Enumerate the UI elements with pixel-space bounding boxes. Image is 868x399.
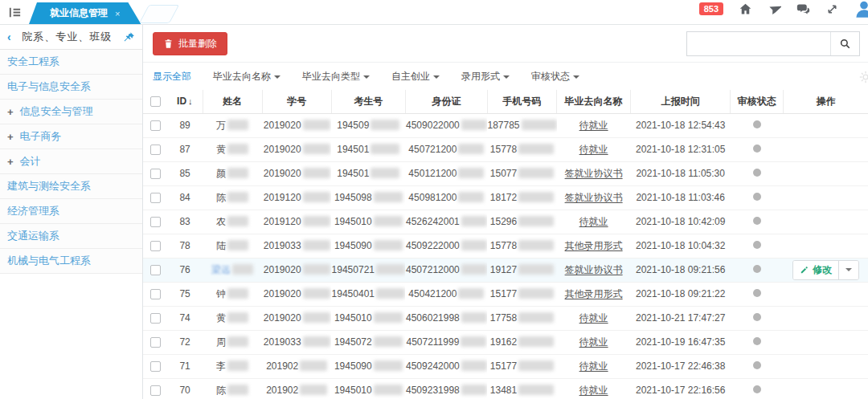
- cell-actions: 修改: [784, 234, 868, 258]
- redacted-name: [227, 240, 248, 250]
- search-button[interactable]: [830, 32, 859, 55]
- students-table: ID↓姓名学号考生号身份证手机号码毕业去向名称上报时间审核状态操作 89 万 2…: [143, 90, 868, 399]
- sidebar-item-1[interactable]: 电子与信息安全系: [0, 75, 142, 100]
- sidebar-item-5[interactable]: 建筑与测绘安全系: [0, 174, 142, 199]
- row-checkbox[interactable]: [150, 385, 161, 396]
- cell-id-card: 4506021998: [405, 306, 487, 330]
- row-checkbox[interactable]: [150, 120, 161, 131]
- cell-id: 74: [167, 306, 203, 330]
- cell-exam-no: 1945010: [331, 378, 405, 399]
- sidebar-item-3[interactable]: + 电子商务: [0, 124, 142, 149]
- cell-actions: 修改: [784, 137, 868, 161]
- sidebar-item-0[interactable]: 安全工程系: [0, 50, 142, 75]
- destination-link[interactable]: 待就业: [579, 360, 608, 372]
- destination-link[interactable]: 待就业: [579, 385, 608, 396]
- cell-exam-no: 194501: [331, 161, 405, 185]
- destination-link[interactable]: 其他录用形式: [565, 240, 623, 251]
- row-checkbox[interactable]: [150, 241, 161, 251]
- plus-icon[interactable]: +: [7, 132, 14, 142]
- destination-link[interactable]: 签就业协议书: [565, 168, 623, 179]
- row-checkbox[interactable]: [150, 217, 161, 227]
- pin-icon[interactable]: [123, 31, 135, 43]
- new-tab-placeholder[interactable]: [139, 5, 179, 23]
- destination-link[interactable]: 待就业: [579, 216, 608, 227]
- destination-link[interactable]: 签就业协议书: [565, 192, 623, 203]
- batch-delete-button[interactable]: 批量删除: [153, 32, 227, 55]
- caret-down-icon: [573, 75, 579, 79]
- sidebar-item-7[interactable]: 交通运输系: [0, 224, 142, 249]
- row-checkbox[interactable]: [150, 145, 161, 155]
- column-header-4: 身份证: [405, 90, 487, 113]
- student-name-link[interactable]: 梁远: [211, 264, 231, 275]
- user-avatar-icon[interactable]: [854, 0, 868, 18]
- redacted-id-card: [461, 264, 487, 275]
- chat-icon[interactable]: [796, 2, 810, 16]
- destination-link[interactable]: 签就业协议书: [565, 264, 623, 275]
- filter-dropdown-4[interactable]: 审核状态: [531, 70, 579, 83]
- filter-dropdown-2[interactable]: 自主创业: [391, 70, 440, 83]
- filter-dropdown-0[interactable]: 毕业去向名称: [213, 70, 280, 83]
- cell-id: 76: [167, 258, 203, 282]
- status-dot-icon: [753, 120, 761, 128]
- close-tab-icon[interactable]: ×: [115, 9, 120, 18]
- expand-icon[interactable]: [825, 2, 839, 16]
- row-checkbox[interactable]: [150, 337, 161, 348]
- cell-destination: 待就业: [557, 330, 631, 354]
- gear-icon[interactable]: [858, 70, 868, 87]
- show-all-link[interactable]: 显示全部: [153, 70, 191, 83]
- edit-button[interactable]: 修改: [793, 261, 839, 279]
- edit-icon: [800, 265, 809, 275]
- send-icon[interactable]: [768, 2, 781, 16]
- status-dot-icon: [753, 265, 761, 273]
- sidebar-item-2[interactable]: + 信息安全与管理: [0, 100, 142, 124]
- sort-desc-icon[interactable]: ↓: [188, 96, 193, 106]
- sidebar-item-4[interactable]: + 会计: [0, 149, 142, 174]
- status-dot-icon: [753, 313, 761, 321]
- plus-icon[interactable]: +: [7, 107, 14, 117]
- row-checkbox[interactable]: [150, 193, 161, 203]
- destination-link[interactable]: 待就业: [579, 312, 608, 324]
- tab-employment-info[interactable]: 就业信息管理 ×: [29, 2, 141, 24]
- cell-actions: 修改: [784, 185, 868, 210]
- caret-down-icon: [845, 268, 852, 271]
- redacted-phone: [518, 168, 554, 178]
- row-checkbox[interactable]: [150, 169, 161, 179]
- filter-dropdown-3[interactable]: 录用形式: [461, 70, 510, 83]
- menu-toggle-icon[interactable]: [7, 5, 23, 22]
- destination-link[interactable]: 其他录用形式: [565, 288, 623, 299]
- sidebar-header: ‹ 院系、专业、班级: [0, 25, 142, 50]
- destination-link[interactable]: 待就业: [579, 336, 608, 348]
- cell-actions: 修改: [784, 210, 868, 234]
- status-dot-icon: [753, 169, 761, 177]
- cell-name: 李: [203, 354, 262, 378]
- filter-dropdown-1[interactable]: 毕业去向类型: [302, 70, 370, 83]
- cell-destination: 其他录用形式: [557, 282, 631, 306]
- search-input[interactable]: [687, 32, 830, 55]
- row-checkbox[interactable]: [150, 361, 161, 372]
- home-icon[interactable]: [739, 2, 752, 16]
- sidebar-item-8[interactable]: 机械与电气工程系: [0, 249, 142, 274]
- more-actions-button[interactable]: [839, 261, 858, 279]
- cell-audit-status: [731, 330, 784, 354]
- destination-link[interactable]: 待就业: [579, 144, 608, 155]
- cell-phone: 15778: [487, 137, 556, 161]
- cell-id-card: 4507211999: [405, 330, 487, 354]
- cell-audit-status: [731, 113, 784, 137]
- content-toolbar: 批量删除: [143, 25, 868, 63]
- plus-icon[interactable]: +: [7, 157, 14, 167]
- column-header-0[interactable]: ID↓: [167, 90, 203, 113]
- cell-id: 70: [167, 378, 203, 399]
- trash-icon: [163, 39, 174, 49]
- select-all-checkbox[interactable]: [150, 96, 161, 107]
- redacted-student-no: [303, 288, 330, 299]
- destination-link[interactable]: 待就业: [579, 120, 608, 131]
- row-checkbox[interactable]: [150, 289, 161, 299]
- notification-badge[interactable]: 853: [699, 2, 723, 15]
- cell-report-time: 2021-10-18 10:04:32: [631, 234, 731, 258]
- status-dot-icon: [753, 217, 761, 225]
- row-checkbox[interactable]: [150, 313, 161, 324]
- table-row: 76 梁远 2019020 19450721 4507212000 19127 …: [143, 258, 868, 282]
- sidebar-item-6[interactable]: 经济管理系: [0, 199, 142, 224]
- redacted-exam-no: [371, 120, 399, 130]
- row-checkbox[interactable]: [150, 265, 161, 275]
